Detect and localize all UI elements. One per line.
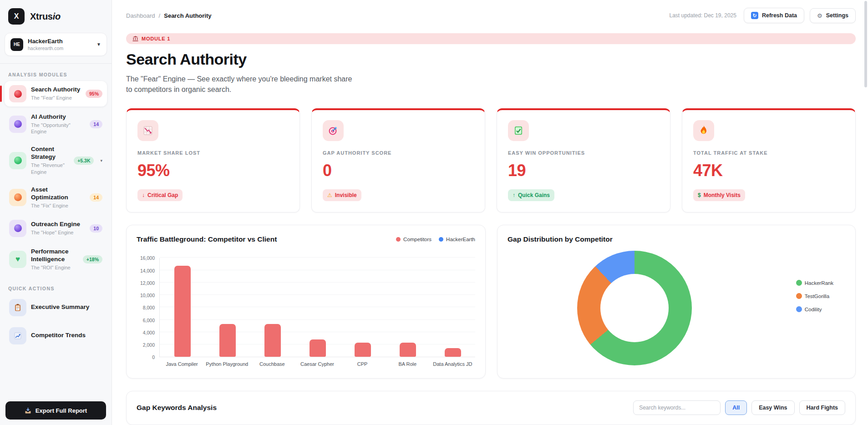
y-axis-tick: 12,000 [140,280,155,286]
gridline [160,307,475,307]
gridline [160,319,475,320]
breadcrumb-dashboard[interactable]: Dashboard [126,12,155,19]
donut-chart [577,251,692,365]
badge: +18% [83,255,102,263]
legend-label: HackerEarth [446,237,475,242]
sidebar-item-subtitle: The "Hope" Engine [31,229,85,236]
search-keywords-input[interactable] [633,400,721,415]
bar-column [430,348,475,357]
flame-icon [693,120,714,141]
sidebar-item-subtitle: The "Fix" Engine [31,202,85,209]
brand-logo: X [8,8,25,25]
trend-chart-icon [9,327,26,344]
badge: 14 [90,193,102,202]
sidebar-item-ai-authority[interactable]: AI Authority The "Opportunity" Engine 14 [5,109,107,139]
breadcrumb: Dashboard / Search Authority [126,12,212,19]
legend-item-testgorilla: TestGorilla [796,293,833,299]
sidebar-item-subtitle: The "Opportunity" Engine [31,122,85,135]
bar-chart-legend: Competitors HackerEarth [396,237,475,242]
keywords-title: Gap Keywords Analysis [137,404,217,412]
quick-action-executive-summary[interactable]: Executive Summary [5,295,107,320]
y-axis-tick: 14,000 [140,268,155,273]
badge: 10 [90,224,102,233]
refresh-data-button[interactable]: ↻ Refresh Data [744,8,804,23]
sidebar-item-title: Content Strategy [31,146,69,161]
bank-icon [132,36,138,41]
stat-card-total-traffic-at-stake: TOTAL TRAFFIC AT STAKE 47K $ Monthly Vis… [682,108,856,212]
badge: 14 [90,120,102,128]
sidebar-item-asset-optimization[interactable]: Asset Optimization The "Fix" Engine 14 [5,182,107,213]
arrow-up-icon: ↑ [513,192,515,198]
stat-card-gap-authority-score: GAP AUTHORITY SCORE 0 ⚠ Invisible [311,108,485,212]
sidebar-item-outreach-engine[interactable]: Outreach Engine The "Hope" Engine 10 [5,216,107,241]
bar-column [250,324,295,357]
brand-name: Xtrusio [30,11,61,22]
stat-card-easy-win-opportunities: EASY WIN OPPORTUNITIES 19 ↑ Quick Gains [497,108,670,212]
green-sphere-icon [9,152,26,169]
breadcrumb-separator: / [159,12,161,19]
x-axis-label: Caesar Cypher [294,361,340,367]
scrollbar-thumb[interactable] [864,1,867,87]
topbar: Dashboard / Search Authority Last update… [126,0,856,23]
filter-hard-fights-button[interactable]: Hard Fights [799,400,845,415]
traffic-battleground-chart-card: Traffic Battleground: Competitor vs Clie… [126,225,486,379]
breadcrumb-current: Search Authority [164,12,211,19]
page-title: Search Authority [126,51,856,68]
status-badge: ↓ Critical Gap [137,189,183,201]
last-updated-text: Last updated: Dec 19, 2025 [669,12,736,19]
stats-row: MARKET SHARE LOST 95% ↓ Critical Gap GAP… [126,108,856,212]
quick-actions-nav: Executive Summary Competitor Trends [0,295,112,351]
chevron-down-icon[interactable]: ▾ [100,158,102,163]
stat-label: MARKET SHARE LOST [137,150,289,156]
legend-item-competitors: Competitors [396,237,431,242]
check-icon [508,120,529,141]
sidebar-item-content-strategy[interactable]: Content Strategy The "Revenue" Engine +5… [5,142,107,179]
chevron-down-icon: ▼ [96,42,101,47]
stat-value: 95% [137,161,289,180]
legend-dot-hackerearth [439,237,443,242]
x-axis-label: BA Role [385,361,430,367]
chart-title: Gap Distribution by Competitor [508,235,845,243]
filter-easy-wins-button[interactable]: Easy Wins [751,400,794,415]
stat-card-market-share-lost: MARKET SHARE LOST 95% ↓ Critical Gap [126,108,300,212]
bar-caesar-cypher [310,339,326,357]
status-badge-label: Invisible [335,192,357,198]
chart-title: Traffic Battleground: Competitor vs Clie… [137,235,277,243]
filter-all-button[interactable]: All [725,400,747,415]
settings-button[interactable]: ⚙ Settings [810,8,856,23]
active-indicator [0,86,2,102]
export-full-report-button[interactable]: Export Full Report [5,401,106,420]
x-axis-label: Java Compiler [159,361,204,367]
legend-label: TestGorilla [805,293,829,299]
y-axis-tick: 0 [152,354,155,360]
gridline [160,257,475,258]
target-icon [323,120,344,141]
charts-row: Traffic Battleground: Competitor vs Clie… [126,225,856,379]
chart-declining-icon [137,120,158,141]
red-sphere-icon [9,85,26,102]
legend-dot-competitors [396,237,401,242]
company-avatar: HE [10,38,23,51]
bar-data-analytics-jd [445,348,461,357]
main-content: Dashboard / Search Authority Last update… [112,0,868,425]
y-axis-tick: 16,000 [140,255,155,261]
legend-item-codility: Codility [796,306,833,312]
status-badge: ⚠ Invisible [323,189,361,201]
legend-dot [796,293,802,299]
gridline [160,294,475,295]
sidebar-item-performance-intelligence[interactable]: ♥ Performance Intelligence The "ROI" Eng… [5,244,107,275]
x-axis-label: Data Analytics JD [430,361,475,367]
quick-action-competitor-trends[interactable]: Competitor Trends [5,323,107,349]
company-selector[interactable]: HE HackerEarth hackerearth.com ▼ [5,33,107,56]
sidebar-item-title: Outreach Engine [31,221,85,228]
brand: X Xtrusio [0,0,112,31]
legend-item-hackerrank: HackerRank [796,280,833,286]
bar-column [205,324,250,357]
status-badge-label: Monthly Visits [704,192,741,198]
scrollbar[interactable] [864,0,867,425]
sidebar-item-search-authority[interactable]: Search Authority The "Fear" Engine 95% [5,81,107,106]
company-domain: hackerearth.com [28,46,92,51]
stat-label: TOTAL TRAFFIC AT STAKE [693,150,844,156]
stat-value: 47K [693,161,844,180]
purple-sphere-icon [9,220,26,237]
